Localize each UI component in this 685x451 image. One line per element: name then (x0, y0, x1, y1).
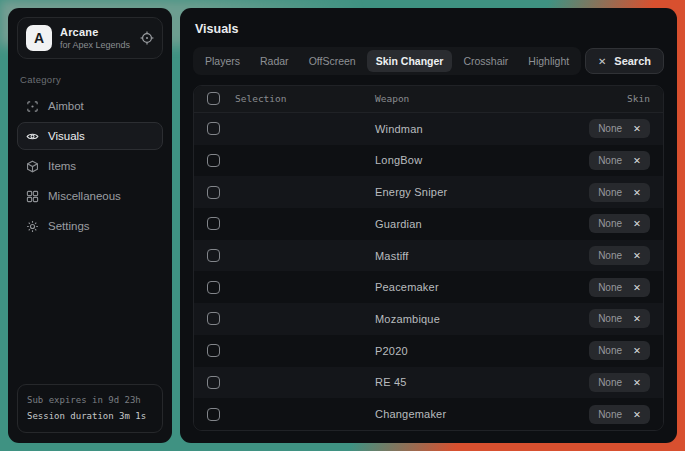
weapon-name: LongBow (375, 154, 577, 166)
weapon-name: Energy Sniper (375, 186, 577, 198)
skin-value: None (598, 345, 622, 356)
skin-select-pill[interactable]: None ✕ (589, 309, 650, 328)
row-checkbox[interactable] (207, 344, 220, 357)
search-close-icon: ✕ (598, 56, 606, 67)
row-checkbox[interactable] (207, 122, 220, 135)
gear-icon (26, 220, 39, 233)
search-button[interactable]: ✕ Search (585, 48, 664, 74)
table-row-mastiff: Mastiff None ✕ (194, 240, 663, 272)
category-label: Category (20, 74, 160, 85)
tab-players[interactable]: Players (196, 50, 249, 72)
grid-icon (26, 190, 39, 203)
page-title: Visuals (195, 22, 664, 36)
session-duration-text: Session duration 3m 1s (27, 409, 153, 424)
table-row-p2020: P2020 None ✕ (194, 335, 663, 367)
skin-select-pill[interactable]: None ✕ (589, 246, 650, 265)
app-names: Arcane for Apex Legends (60, 26, 132, 50)
row-checkbox[interactable] (207, 249, 220, 262)
column-header-weapon: Weapon (375, 93, 615, 104)
clear-skin-icon[interactable]: ✕ (633, 313, 641, 324)
row-checkbox[interactable] (207, 408, 220, 421)
table-row-guardian: Guardian None ✕ (194, 208, 663, 240)
row-checkbox[interactable] (207, 281, 220, 294)
table-row-windman: Windman None ✕ (194, 113, 663, 145)
skin-value: None (598, 123, 622, 134)
weapon-name: Mozambique (375, 313, 577, 325)
sidebar-spacer (17, 240, 163, 384)
skin-select-pill[interactable]: None ✕ (589, 373, 650, 392)
skin-select-pill[interactable]: None ✕ (589, 405, 650, 424)
sidebar-item-label: Miscellaneous (48, 190, 121, 202)
sidebar-item-label: Items (48, 160, 76, 172)
tab-bar: PlayersRadarOffScreenSkin ChangerCrossha… (193, 47, 581, 75)
tab-skin-changer[interactable]: Skin Changer (367, 50, 453, 72)
skin-select-pill[interactable]: None ✕ (589, 278, 650, 297)
sidebar-item-label: Aimbot (48, 100, 84, 112)
tab-offscreen[interactable]: OffScreen (300, 50, 365, 72)
clear-skin-icon[interactable]: ✕ (633, 218, 641, 229)
main-panel: Visuals PlayersRadarOffScreenSkin Change… (180, 8, 677, 443)
tab-radar[interactable]: Radar (251, 50, 298, 72)
table-row-energy-sniper: Energy Sniper None ✕ (194, 176, 663, 208)
clear-skin-icon[interactable]: ✕ (633, 409, 641, 420)
select-all-checkbox[interactable] (207, 92, 220, 105)
app-logo: A (26, 25, 52, 51)
sidebar-item-label: Visuals (48, 130, 85, 142)
sub-expiry-text: Sub expires in 9d 23h (27, 393, 153, 408)
skin-table: Selection Weapon Skin Windman None ✕ Lon… (193, 85, 664, 431)
clear-skin-icon[interactable]: ✕ (633, 250, 641, 261)
skin-value: None (598, 155, 622, 166)
sidebar-item-aimbot[interactable]: Aimbot (17, 92, 163, 120)
tab-highlight[interactable]: Highlight (519, 50, 578, 72)
skin-select-pill[interactable]: None ✕ (589, 151, 650, 170)
skin-select-pill[interactable]: None ✕ (589, 341, 650, 360)
weapon-name: RE 45 (375, 376, 577, 388)
clear-skin-icon[interactable]: ✕ (633, 187, 641, 198)
clear-skin-icon[interactable]: ✕ (633, 282, 641, 293)
app-header-card: A Arcane for Apex Legends (17, 17, 163, 59)
table-row-mozambique: Mozambique None ✕ (194, 303, 663, 335)
session-info-box: Sub expires in 9d 23h Session duration 3… (17, 384, 163, 433)
clear-skin-icon[interactable]: ✕ (633, 377, 641, 388)
skin-value: None (598, 313, 622, 324)
app-subtitle: for Apex Legends (60, 40, 132, 50)
table-row-longbow: LongBow None ✕ (194, 145, 663, 177)
skin-select-pill[interactable]: None ✕ (589, 214, 650, 233)
row-checkbox[interactable] (207, 376, 220, 389)
clear-skin-icon[interactable]: ✕ (633, 345, 641, 356)
table-row-peacemaker: Peacemaker None ✕ (194, 271, 663, 303)
tab-crosshair[interactable]: Crosshair (454, 50, 517, 72)
skin-value: None (598, 187, 622, 198)
row-checkbox[interactable] (207, 186, 220, 199)
sidebar-item-settings[interactable]: Settings (17, 212, 163, 240)
sidebar-item-miscellaneous[interactable]: Miscellaneous (17, 182, 163, 210)
sidebar-item-items[interactable]: Items (17, 152, 163, 180)
clear-skin-icon[interactable]: ✕ (633, 123, 641, 134)
row-checkbox[interactable] (207, 217, 220, 230)
clear-skin-icon[interactable]: ✕ (633, 155, 641, 166)
column-header-skin: Skin (627, 93, 650, 104)
crosshair-icon (26, 100, 39, 113)
sidebar-item-visuals[interactable]: Visuals (17, 122, 163, 150)
target-icon[interactable] (140, 31, 154, 45)
skin-select-pill[interactable]: None ✕ (589, 183, 650, 202)
skin-value: None (598, 218, 622, 229)
weapon-name: P2020 (375, 345, 577, 357)
weapon-name: Windman (375, 123, 577, 135)
skin-value: None (598, 250, 622, 261)
row-checkbox[interactable] (207, 312, 220, 325)
eye-scan-icon (26, 130, 39, 143)
weapon-name: Guardian (375, 218, 577, 230)
app-title: Arcane (60, 26, 132, 38)
weapon-name: Changemaker (375, 408, 577, 420)
controls-row: PlayersRadarOffScreenSkin ChangerCrossha… (193, 47, 664, 75)
skin-select-pill[interactable]: None ✕ (589, 119, 650, 138)
row-checkbox[interactable] (207, 154, 220, 167)
search-button-label: Search (614, 55, 651, 67)
sidebar-item-label: Settings (48, 220, 90, 232)
sidebar: A Arcane for Apex Legends Category Aimbo… (8, 8, 172, 443)
skin-value: None (598, 377, 622, 388)
skin-value: None (598, 409, 622, 420)
table-header-row: Selection Weapon Skin (194, 86, 663, 113)
table-row-re-45: RE 45 None ✕ (194, 367, 663, 399)
